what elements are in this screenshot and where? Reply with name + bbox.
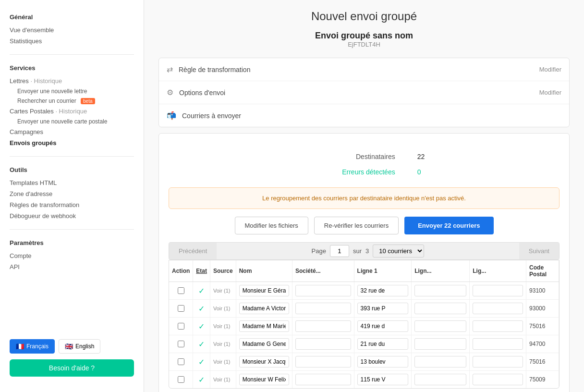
ligne1-input-0[interactable] (357, 285, 409, 296)
check-icon-3: ✓ (196, 340, 207, 349)
societe-input-2[interactable] (295, 320, 351, 332)
check-icon-2: ✓ (196, 322, 207, 331)
row-checkbox-2[interactable] (178, 323, 184, 330)
td-source-4: Voir (1) (210, 353, 236, 371)
per-page-select[interactable]: 10 courriers (373, 245, 424, 257)
voir-link-2[interactable]: Voir (1) (213, 323, 230, 329)
societe-input-1[interactable] (295, 303, 351, 314)
ligne3-input-1[interactable] (473, 303, 523, 314)
help-button[interactable]: Besoin d'aide ? (10, 359, 134, 377)
ligne2-input-4[interactable] (414, 356, 466, 368)
sidebar-item-compte[interactable]: Compte (10, 250, 134, 261)
total-pages: 3 (365, 247, 369, 255)
ligne2-input-0[interactable] (414, 285, 466, 296)
row-checkbox-0[interactable] (178, 287, 184, 294)
nom-input-4[interactable] (239, 356, 289, 368)
th-ligne1: Ligne 1 (354, 260, 412, 282)
regle-modifier-button[interactable]: Modifier (539, 66, 561, 73)
ligne3-input-2[interactable] (473, 320, 523, 332)
td-ligne2-4 (412, 353, 470, 371)
sidebar-item-vue-ensemble[interactable]: Vue d'ensemble (10, 24, 134, 36)
ligne1-input-2[interactable] (357, 320, 409, 332)
sidebar-item-new-lettre[interactable]: Envoyer une nouvelle lettre (10, 86, 134, 96)
ligne3-input-0[interactable] (473, 285, 523, 296)
en-flag-icon: 🇬🇧 (65, 343, 73, 350)
ligne1-input-1[interactable] (357, 303, 409, 314)
voir-link-0[interactable]: Voir (1) (213, 288, 230, 294)
page-input[interactable] (330, 245, 349, 257)
pagination-prev-button[interactable]: Précédent (169, 243, 217, 259)
td-source-1: Voir (1) (210, 300, 236, 318)
td-checkbox-5 (169, 371, 193, 389)
voir-link-3[interactable]: Voir (1) (213, 341, 230, 347)
envoi-code: EjFTDLT4H (158, 41, 570, 48)
sidebar-services-title: Services (10, 64, 134, 72)
sidebar-item-statistiques[interactable]: Statistiques (10, 36, 134, 47)
table-header: Action Etat Source Nom Société... Ligne … (169, 260, 559, 282)
row-checkbox-4[interactable] (178, 358, 184, 365)
nom-input-2[interactable] (239, 320, 289, 332)
ligne1-input-4[interactable] (357, 356, 409, 368)
td-ligne1-2 (354, 318, 412, 335)
ligne2-input-1[interactable] (414, 303, 466, 314)
reverifier-button[interactable]: Re-vérifier les courriers (314, 217, 399, 234)
societe-input-4[interactable] (295, 356, 351, 368)
societe-input-5[interactable] (295, 374, 351, 385)
sidebar-item-campagnes[interactable]: Campagnes (10, 126, 134, 137)
td-ligne1-4 (354, 353, 412, 371)
lang-fr-button[interactable]: 🇫🇷 Français (10, 339, 55, 354)
sidebar-item-cartes[interactable]: Cartes Postales · Historique (10, 106, 134, 117)
sidebar-item-new-carte[interactable]: Envoyer une nouvelle carte postale (10, 117, 134, 126)
sidebar-outils-section: Outils Templates HTML Zone d'adresse Règ… (0, 160, 144, 225)
modifier-fichiers-button[interactable]: Modifier les fichiers (235, 217, 308, 234)
nom-input-3[interactable] (239, 338, 289, 350)
societe-input-3[interactable] (295, 338, 351, 350)
nom-input-0[interactable] (239, 285, 289, 296)
voir-link-1[interactable]: Voir (1) (213, 306, 230, 311)
courriers-label: Courriers à envoyer (182, 112, 561, 120)
sidebar-item-zone-adresse[interactable]: Zone d'adresse (10, 188, 134, 199)
sidebar-item-debogueur[interactable]: Débogueur de webhook (10, 210, 134, 221)
ligne3-input-3[interactable] (473, 338, 523, 350)
sidebar-item-rechercher[interactable]: Rechercher un courrier beta (10, 96, 134, 106)
cp-value-5: 75009 (529, 376, 545, 383)
envoyer-button[interactable]: Envoyer 22 courriers (404, 217, 493, 234)
options-modifier-button[interactable]: Modifier (539, 89, 561, 96)
ligne3-input-5[interactable] (473, 374, 523, 385)
table-row: ✓ Voir (1) 94700 (169, 335, 559, 353)
lang-en-button[interactable]: 🇬🇧 English (59, 339, 100, 354)
ligne2-input-5[interactable] (414, 374, 466, 385)
table-wrapper: Action Etat Source Nom Société... Ligne … (169, 260, 560, 389)
th-ligne2: Lign... (412, 260, 470, 282)
pagination-next-button[interactable]: Suivant (519, 243, 559, 259)
page-title: Nouvel envoi groupé (158, 10, 570, 23)
td-societe-0 (292, 282, 354, 300)
ligne1-input-3[interactable] (357, 338, 409, 350)
ligne3-input-4[interactable] (473, 356, 523, 368)
ligne2-input-3[interactable] (414, 338, 466, 350)
ligne2-input-2[interactable] (414, 320, 466, 332)
td-ligne3-3 (470, 335, 526, 353)
nom-input-1[interactable] (239, 303, 289, 314)
td-cp-3: 94700 (526, 335, 559, 353)
voir-link-4[interactable]: Voir (1) (213, 359, 230, 365)
td-checkbox-0 (169, 282, 193, 300)
voir-link-5[interactable]: Voir (1) (213, 377, 230, 382)
cp-value-3: 94700 (529, 341, 545, 347)
sidebar-item-api[interactable]: API (10, 261, 134, 272)
societe-input-0[interactable] (295, 285, 351, 296)
sidebar-item-lettres[interactable]: Lettres · Historique (10, 75, 134, 86)
row-checkbox-3[interactable] (178, 341, 184, 347)
sidebar-item-templates[interactable]: Templates HTML (10, 177, 134, 188)
td-societe-2 (292, 318, 354, 335)
table-row: ✓ Voir (1) 93000 (169, 300, 559, 318)
td-ligne2-2 (412, 318, 470, 335)
row-checkbox-1[interactable] (178, 305, 184, 312)
warning-box: Le regroupement des courriers par destin… (169, 187, 560, 209)
nom-input-5[interactable] (239, 374, 289, 385)
row-checkbox-5[interactable] (178, 376, 184, 383)
ligne1-input-5[interactable] (357, 374, 409, 385)
td-checkbox-1 (169, 300, 193, 318)
sidebar-item-envois-groupes[interactable]: Envois groupés (10, 137, 134, 148)
sidebar-item-regles[interactable]: Règles de transformation (10, 199, 134, 210)
